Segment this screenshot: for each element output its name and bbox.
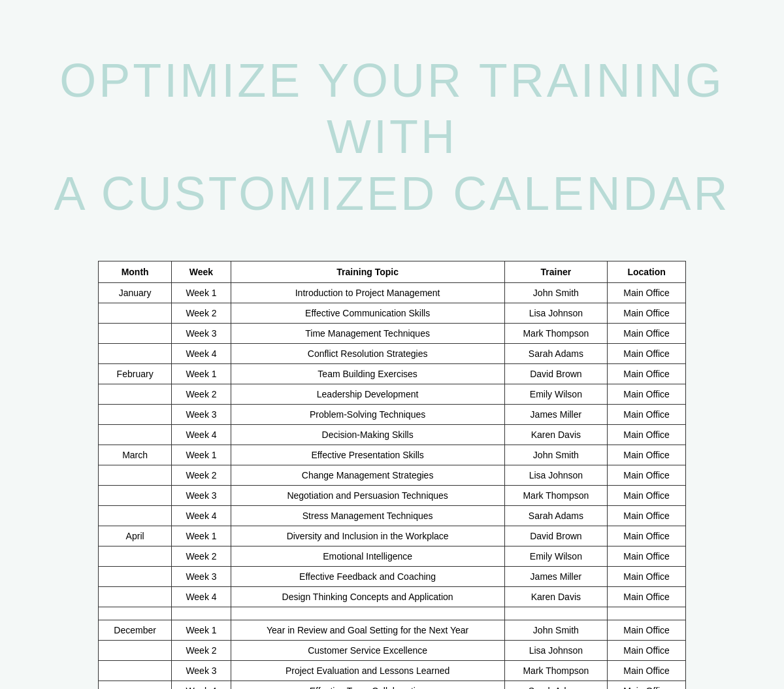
table-row: Week 4Decision-Making SkillsKaren DavisM… xyxy=(99,425,686,445)
table-row: Week 3Effective Feedback and CoachingJam… xyxy=(99,567,686,587)
table-row: Week 4Design Thinking Concepts and Appli… xyxy=(99,587,686,607)
training-table-container: Month Week Training Topic Trainer Locati… xyxy=(98,261,686,689)
hero-title-line1: OPTIMIZE YOUR TRAINING WITH xyxy=(0,52,784,165)
table-row: FebruaryWeek 1Team Building ExercisesDav… xyxy=(99,364,686,384)
table-row: Week 3Problem-Solving TechniquesJames Mi… xyxy=(99,405,686,425)
table-header-row: Month Week Training Topic Trainer Locati… xyxy=(99,261,686,283)
hero-section: OPTIMIZE YOUR TRAINING WITH A CUSTOMIZED… xyxy=(0,52,784,222)
table-row xyxy=(99,607,686,620)
table-row: Week 3Time Management TechniquesMark Tho… xyxy=(99,324,686,344)
table-row: MarchWeek 1Effective Presentation Skills… xyxy=(99,445,686,465)
header-topic: Training Topic xyxy=(231,261,504,283)
table-row: AprilWeek 1Diversity and Inclusion in th… xyxy=(99,526,686,546)
hero-title-line2: A CUSTOMIZED CALENDAR xyxy=(0,165,784,222)
table-row: Week 2Customer Service ExcellenceLisa Jo… xyxy=(99,641,686,661)
table-row: Week 3Negotiation and Persuasion Techniq… xyxy=(99,486,686,506)
table-row: Week 2Effective Communication SkillsLisa… xyxy=(99,303,686,324)
table-row: Week 2Change Management StrategiesLisa J… xyxy=(99,465,686,486)
table-row: JanuaryWeek 1Introduction to Project Man… xyxy=(99,283,686,303)
table-row: Week 2Leadership DevelopmentEmily Wilson… xyxy=(99,384,686,405)
header-trainer: Trainer xyxy=(504,261,608,283)
table-row: Week 4Effective Team CollaborationSarah … xyxy=(99,681,686,689)
table-row: Week 2Emotional IntelligenceEmily Wilson… xyxy=(99,546,686,567)
training-calendar-table: Month Week Training Topic Trainer Locati… xyxy=(98,261,686,689)
header-location: Location xyxy=(608,261,686,283)
table-row: DecemberWeek 1Year in Review and Goal Se… xyxy=(99,620,686,641)
table-row: Week 4Conflict Resolution StrategiesSara… xyxy=(99,344,686,364)
header-month: Month xyxy=(99,261,172,283)
table-row: Week 3Project Evaluation and Lessons Lea… xyxy=(99,661,686,681)
table-row: Week 4Stress Management TechniquesSarah … xyxy=(99,506,686,526)
header-week: Week xyxy=(172,261,231,283)
